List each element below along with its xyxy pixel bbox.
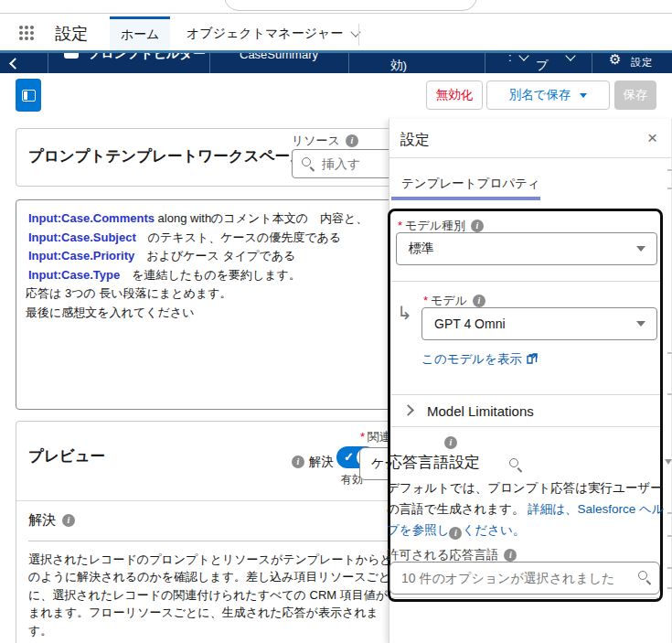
model-type-select[interactable]: 標準 (396, 232, 657, 265)
chevron-down-icon (351, 27, 361, 37)
top-strip (0, 0, 672, 11)
resource-token[interactable]: Input:Case.Comments (28, 211, 155, 225)
search-icon[interactable] (509, 458, 523, 472)
bar-separator (348, 53, 349, 73)
setup-label: 設定 (55, 23, 88, 45)
workspace-title: プロンプトテンプレートワークスペース (28, 146, 305, 166)
save-as-button[interactable]: 別名で保存 (486, 80, 610, 110)
model-limitations-accordion[interactable]: Model Limitations (404, 399, 651, 423)
app-name-fragment: プロンプトビルダー (88, 50, 206, 62)
chevron-down-icon[interactable] (565, 50, 575, 60)
model-type-label: モデル種別 (405, 219, 465, 232)
resource-token[interactable]: Input:Case.Subject (28, 230, 136, 244)
global-search-box[interactable] (224, 0, 477, 11)
indent-arrow-icon: ↳ (397, 302, 412, 324)
settings-panel: 設定 テンプレートプロパティ *モデル種別 標準 *モデル ↳ GPT 4 Om… (389, 119, 672, 643)
resource-token[interactable]: Input:Case.Type (28, 268, 120, 282)
allowed-languages-input[interactable] (389, 562, 660, 595)
clipped-content (667, 512, 672, 514)
app-window: 設定 ホーム オブジェクトマネージャー プロンプトビルダー CaseSummar… (0, 0, 672, 643)
panel-divider (391, 426, 660, 427)
prompt-text: along withのコメント本文の 内容と、 (155, 211, 368, 225)
model-label: モデル (431, 294, 467, 307)
chevron-down-icon (636, 246, 645, 252)
bar-separator (485, 53, 485, 73)
global-header: 設定 ホーム オブジェクトマネージャー (0, 16, 672, 50)
deactivate-label: 無効化 (436, 87, 474, 103)
chevron-right-icon (402, 404, 414, 416)
info-icon[interactable] (346, 134, 358, 147)
info-icon[interactable] (62, 514, 75, 527)
info-icon[interactable] (473, 295, 485, 307)
tab-template-properties[interactable]: テンプレートプロパティ (401, 176, 540, 192)
toggle-panel-button[interactable] (16, 79, 41, 112)
save-button[interactable]: 保存 (614, 80, 656, 110)
chevron-down-icon (636, 321, 645, 327)
app-launcher-icon[interactable] (19, 26, 34, 40)
help-link[interactable]: ください。 (462, 523, 525, 537)
tab-divider (358, 24, 359, 46)
panel-title: 設定 (400, 131, 430, 150)
resource-token[interactable]: Input:Case.Priority (28, 249, 134, 263)
model-select[interactable]: GPT 4 Omni (421, 307, 657, 340)
prompt-builder-bar: プロンプトビルダー CaseSummary 効) : プ 設定 (0, 50, 672, 73)
help-link[interactable]: 詳細は、Salesforce ヘル (528, 502, 664, 516)
close-icon[interactable] (647, 131, 657, 145)
info-icon[interactable] (449, 527, 462, 540)
panel-icon (22, 90, 36, 102)
save-label: 保存 (624, 87, 648, 103)
tab-home-label: ホーム (121, 27, 160, 43)
response-language-heading: 応答言語設定 (387, 452, 480, 473)
action-bar: 無効化 別名で保存 保存 (0, 73, 672, 119)
language-description: デフォルトでは、プロンプト応答は実行ユーザー の言語で生成されます。 詳細は、S… (387, 477, 667, 541)
required-marker: * (360, 430, 365, 444)
preview-title: プレビュー (28, 446, 105, 466)
panel-divider (391, 597, 659, 598)
required-marker: * (423, 294, 428, 307)
template-name: CaseSummary (240, 50, 318, 61)
prompt-text: を連結したものを要約します。 (120, 268, 301, 282)
prompt-text: のテキスト、ケースの優先度である (136, 230, 341, 244)
clipped-content (667, 567, 672, 569)
status-fragment[interactable]: プ (536, 58, 549, 73)
tab-underline (391, 197, 540, 200)
prompt-builder-icon (64, 50, 79, 59)
info-icon[interactable] (504, 549, 517, 562)
prompt-text: 最後に感想文を入れてください (26, 305, 194, 319)
required-marker: * (398, 219, 402, 232)
resolution-description: 選択されたレコードのプロンプトとリソースがテンプレートからど のように解決される… (28, 551, 392, 639)
panel-divider (391, 281, 660, 282)
tab-home[interactable]: ホーム (110, 16, 170, 50)
view-model-link[interactable]: このモデルを表示 (421, 351, 538, 368)
back-icon[interactable] (9, 58, 21, 70)
clipped-content (667, 587, 672, 589)
resolution-title: 解決 (28, 511, 56, 529)
info-icon[interactable] (471, 220, 484, 232)
model-limitations-label: Model Limitations (427, 403, 534, 419)
deactivate-button[interactable]: 無効化 (426, 80, 483, 110)
tab-object-manager[interactable]: オブジェクトマネージャー (179, 16, 360, 50)
clipped-content (667, 188, 672, 189)
bar-separator (209, 53, 210, 73)
chevron-down-icon[interactable] (518, 50, 528, 60)
panel-divider (391, 394, 660, 395)
search-icon (302, 157, 315, 171)
save-as-label: 別名で保存 (509, 87, 571, 103)
bar-settings-label[interactable]: 設定 (631, 56, 653, 70)
model-type-value: 標準 (409, 241, 434, 257)
status-separator: : (508, 50, 512, 64)
version-fragment[interactable]: 効) (390, 58, 407, 73)
clipped-content (667, 393, 672, 395)
prompt-text: およびケース タイプである (134, 249, 295, 263)
info-icon[interactable] (444, 436, 457, 449)
gear-icon[interactable] (609, 51, 621, 68)
info-icon[interactable] (292, 455, 304, 468)
clipped-content (667, 535, 672, 537)
clipped-content (667, 352, 672, 354)
resolve-label: 解決 (309, 454, 334, 470)
model-value: GPT 4 Omni (434, 316, 506, 331)
scroll-down-icon[interactable] (665, 459, 672, 465)
clipped-content (667, 169, 672, 171)
prompt-text: 応答は 3つの 長い段落にまとめます。 (26, 286, 232, 300)
help-link[interactable]: プを参照し (387, 523, 449, 537)
